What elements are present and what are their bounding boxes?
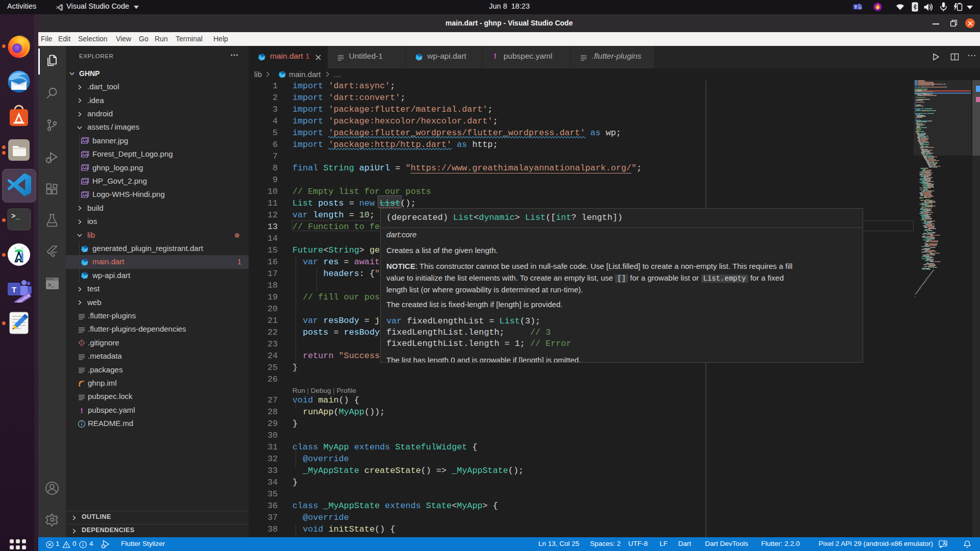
svg-text:T: T	[854, 5, 857, 10]
svg-text:>_: >_	[48, 283, 55, 288]
svg-text:>_: >_	[11, 212, 20, 220]
svg-text:T: T	[12, 285, 16, 294]
